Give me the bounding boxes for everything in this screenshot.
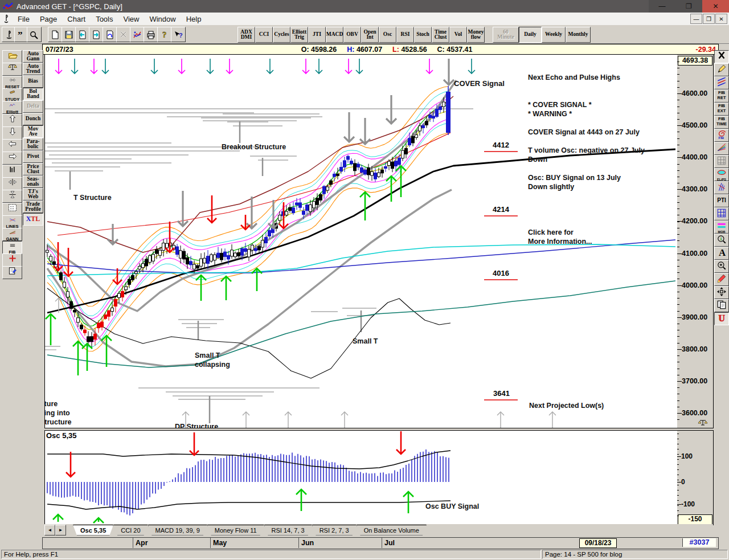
tool-arrow-down-button[interactable] bbox=[2, 126, 22, 140]
color-chart-button[interactable] bbox=[130, 27, 145, 42]
tab-scroll-left-button[interactable]: ◄ bbox=[44, 525, 55, 536]
tool-blue-grid-button[interactable] bbox=[714, 207, 729, 220]
study-bolband-button[interactable]: BolBand bbox=[23, 88, 43, 100]
tab-macd-19-39-9[interactable]: MACD 19, 39, 9 bbox=[148, 525, 207, 536]
study-tjsweb-button[interactable]: TJ'sWeb bbox=[23, 188, 43, 201]
tool-compress-vertical-button[interactable] bbox=[2, 190, 22, 203]
tool-fib-retracement-button[interactable]: FIBRET bbox=[714, 89, 729, 103]
annotation-more-information-[interactable]: More Information... bbox=[528, 238, 592, 246]
tab-rsi-14-7-3[interactable]: RSI 14, 7, 3 bbox=[264, 525, 312, 536]
menu-tools[interactable]: Tools bbox=[91, 14, 118, 24]
study-parabolic-button[interactable]: Para-bolic bbox=[23, 138, 43, 150]
tool-parallel-lines-button[interactable] bbox=[714, 76, 729, 89]
menu-page[interactable]: Page bbox=[35, 14, 62, 24]
tool-edit-note-button[interactable] bbox=[2, 266, 22, 279]
tool-delete-x-button[interactable] bbox=[714, 50, 729, 63]
tool-grid-button[interactable] bbox=[714, 155, 729, 168]
tool-mob-button[interactable]: MOB bbox=[714, 220, 729, 234]
tool-text-tool-button[interactable]: A bbox=[714, 247, 729, 260]
timeframe-daily-button[interactable]: Daily bbox=[519, 27, 542, 43]
close-button[interactable]: ✕ bbox=[702, 0, 729, 13]
tool-magnet-button[interactable]: U bbox=[714, 312, 729, 325]
tool-expand-button[interactable] bbox=[714, 286, 729, 299]
tool-gann-button[interactable]: GANN bbox=[2, 228, 22, 241]
tool-fan-lines-button[interactable] bbox=[714, 142, 729, 155]
tool-fib-button[interactable]: FIB bbox=[2, 241, 22, 254]
restore-button[interactable]: ❐ bbox=[675, 0, 702, 13]
indicator-cycles-button[interactable]: Cycles bbox=[273, 27, 290, 43]
study-seasonals-button[interactable]: Seas-onals bbox=[23, 175, 43, 188]
mdi-restore-button[interactable]: ❐ bbox=[703, 14, 715, 24]
tool-arrow-up-button[interactable] bbox=[2, 114, 22, 127]
tool-arrow-right-button[interactable] bbox=[2, 152, 22, 165]
study-delta-button[interactable]: Delta bbox=[23, 100, 43, 113]
tab-osc-5-35[interactable]: Osc 5,35 bbox=[73, 525, 113, 536]
minimize-button[interactable]: — bbox=[649, 0, 675, 13]
tab-rsi-2-7-3[interactable]: RSI 2, 7, 3 bbox=[312, 525, 357, 536]
study-autogann-button[interactable]: AutoGann bbox=[23, 50, 43, 63]
tool-fib-time-button[interactable]: FIBTIME bbox=[714, 116, 729, 129]
help-button[interactable]: ? bbox=[157, 27, 172, 42]
tool-copy-pages-button[interactable] bbox=[714, 299, 729, 312]
indicator-open-button[interactable]: OpenInt bbox=[361, 27, 379, 43]
indicator-macd-button[interactable]: MACD bbox=[326, 27, 343, 43]
tab-on-balance-volume[interactable]: On Balance Volume bbox=[357, 525, 427, 536]
print-button[interactable] bbox=[144, 27, 158, 42]
indicator-osc-button[interactable]: Osc bbox=[379, 27, 396, 43]
menu-view[interactable]: View bbox=[118, 14, 144, 24]
new-chart-button[interactable] bbox=[48, 27, 63, 42]
menu-help[interactable]: Help bbox=[181, 14, 207, 24]
mdi-minimize-button[interactable]: — bbox=[690, 14, 702, 24]
indicator-jti-button[interactable]: JTI bbox=[308, 27, 326, 43]
tool-grid-dots-button[interactable] bbox=[2, 203, 22, 216]
tool-pti-button[interactable]: PTI bbox=[714, 194, 729, 207]
main-chart[interactable]: 4412421440163641COVER SignalNext Echo an… bbox=[44, 54, 678, 428]
page-forward-button[interactable] bbox=[89, 27, 104, 42]
tool-pitchfork-button[interactable] bbox=[714, 181, 729, 194]
study-movave-button[interactable]: MovAve bbox=[23, 125, 43, 138]
tool-zoom-in-button[interactable] bbox=[714, 260, 729, 273]
study-tradeprofile-button[interactable]: TradeProfile bbox=[23, 201, 43, 213]
study-autotrend-button[interactable]: AutoTrend bbox=[23, 63, 43, 75]
annotation-click-here-for[interactable]: Click here for bbox=[528, 228, 574, 236]
tool-info-zoom-button[interactable]: i bbox=[714, 234, 729, 247]
timeframe-60-button[interactable]: 60Minute bbox=[493, 27, 519, 43]
indicator-elliott-button[interactable]: ElliottTrig bbox=[290, 27, 308, 43]
study-donch-button[interactable]: Donch bbox=[23, 113, 43, 125]
tool-reset-button[interactable]: RESET bbox=[2, 76, 22, 89]
indicator-money-button[interactable]: Moneyflow bbox=[467, 27, 485, 43]
refresh-page-button[interactable] bbox=[103, 27, 117, 42]
delete-x-button[interactable] bbox=[116, 27, 131, 42]
tool-fib-extension-button[interactable]: FIBEXT bbox=[714, 103, 729, 116]
menu-file[interactable]: File bbox=[13, 14, 35, 24]
indicator-vol-button[interactable]: Vol bbox=[449, 27, 467, 43]
study-bias-button[interactable]: Bias bbox=[23, 75, 43, 88]
indicator-adx-button[interactable]: ADXDMI bbox=[237, 27, 255, 43]
axis-scales-icon[interactable] bbox=[695, 419, 710, 427]
study-xtl-button[interactable]: XTL bbox=[23, 213, 43, 226]
tool-ellipse-button[interactable]: ELiPS bbox=[714, 168, 729, 181]
menu-window[interactable]: Window bbox=[144, 14, 181, 24]
tab-money-flow-11[interactable]: Money Flow 11 bbox=[207, 525, 264, 536]
tool-elliott-button[interactable]: Elliott bbox=[2, 101, 22, 114]
save-button[interactable] bbox=[62, 27, 76, 42]
oscillator-panel[interactable]: Osc 5,35Osc BUY Signal bbox=[44, 430, 678, 525]
tool-open-chart-button[interactable] bbox=[2, 50, 22, 63]
context-help-button[interactable]: ? bbox=[171, 27, 186, 42]
tool-pencil-button[interactable] bbox=[714, 63, 729, 76]
tool-scales-button[interactable] bbox=[2, 63, 22, 76]
tool-crosshair-button[interactable] bbox=[2, 254, 22, 267]
study-priceclust-button[interactable]: PriceClust bbox=[23, 163, 43, 175]
tool-study-button[interactable]: STUDY bbox=[2, 88, 22, 101]
date-axis[interactable]: 09/18/23 #3037 AprMayJunJul bbox=[42, 537, 719, 549]
indicator-cci-button[interactable]: CCI bbox=[255, 27, 273, 43]
indicator-time-button[interactable]: TimeClust bbox=[432, 27, 449, 43]
tool-marker-button[interactable] bbox=[714, 273, 729, 286]
study-pivot-button[interactable]: Pivot bbox=[23, 150, 43, 163]
indicator-stoch-button[interactable]: Stoch bbox=[414, 27, 432, 43]
mdi-close-button[interactable]: ✕ bbox=[715, 14, 727, 24]
tool-arrow-left-button[interactable] bbox=[2, 139, 22, 152]
tool-fib-spiral-button[interactable]: FIB bbox=[714, 129, 729, 142]
zoom-tool-button[interactable] bbox=[27, 27, 42, 42]
page-back-button[interactable] bbox=[75, 27, 90, 42]
